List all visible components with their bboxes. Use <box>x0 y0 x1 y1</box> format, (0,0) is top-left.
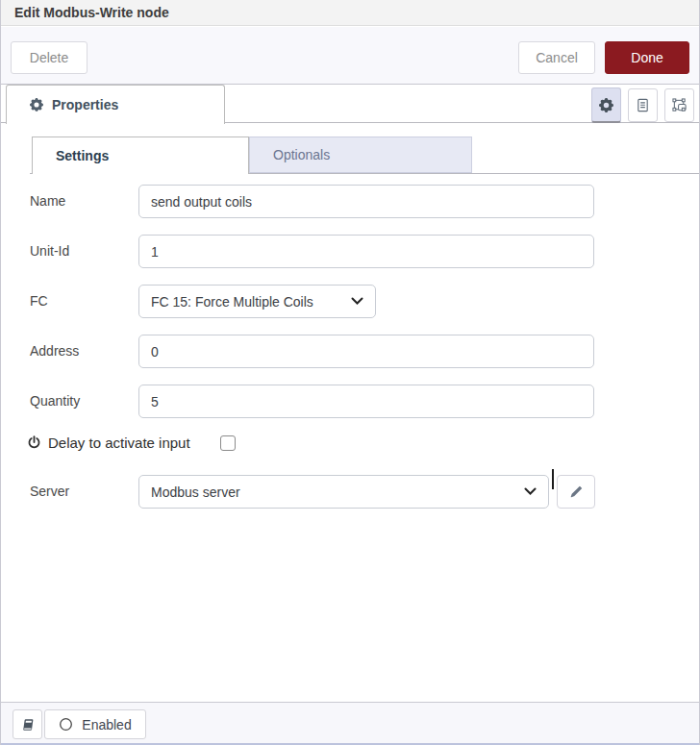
enabled-label: Enabled <box>82 717 131 733</box>
fc-select-value: FC 15: Force Multiple Coils <box>151 294 313 310</box>
power-icon <box>27 435 41 450</box>
quantity-label: Quantity <box>30 385 80 418</box>
tab-optionals[interactable]: Optionals <box>249 137 472 173</box>
text-cursor <box>552 469 554 489</box>
tab-properties-label: Properties <box>52 97 118 112</box>
done-button[interactable]: Done <box>605 41 689 74</box>
node-help-button[interactable] <box>12 709 42 739</box>
address-input[interactable] <box>138 335 594 368</box>
server-label: Server <box>30 475 69 509</box>
gear-icon <box>30 98 43 112</box>
file-icon <box>636 98 650 112</box>
pencil-icon <box>569 485 583 499</box>
delay-checkbox[interactable] <box>220 435 236 451</box>
circle-icon <box>59 717 73 732</box>
tab-properties[interactable]: Properties <box>6 85 225 124</box>
address-label: Address <box>30 335 79 368</box>
tab-optionals-label: Optionals <box>273 147 330 162</box>
description-view-button[interactable] <box>628 88 658 122</box>
tab-settings[interactable]: Settings <box>32 137 249 174</box>
dialog-button-bar: Delete Cancel Done <box>1 27 699 85</box>
fc-select[interactable]: FC 15: Force Multiple Coils <box>138 285 376 318</box>
name-input[interactable] <box>138 185 594 218</box>
cancel-button[interactable]: Cancel <box>518 41 595 74</box>
dialog-title: Edit Modbus-Write node <box>1 0 699 26</box>
object-group-icon <box>672 98 688 113</box>
chevron-down-icon <box>351 297 363 306</box>
server-select[interactable]: Modbus server <box>138 475 549 509</box>
edit-server-button[interactable] <box>557 475 595 509</box>
delay-label: Delay to activate input <box>48 435 190 451</box>
chevron-down-icon <box>524 487 537 496</box>
properties-panel: Settings Optionals Name Unit-Id FC FC 15… <box>1 123 699 702</box>
appearance-view-button[interactable] <box>664 88 694 122</box>
book-icon <box>21 718 35 732</box>
delay-row: Delay to activate input <box>27 433 190 452</box>
unit-id-label: Unit-Id <box>30 235 69 268</box>
dialog-footer: Enabled <box>1 702 699 745</box>
properties-view-button[interactable] <box>591 87 621 123</box>
delete-button[interactable]: Delete <box>11 41 88 74</box>
tab-settings-label: Settings <box>56 148 109 163</box>
name-label: Name <box>30 185 65 218</box>
server-select-value: Modbus server <box>151 484 240 500</box>
enabled-toggle-button[interactable]: Enabled <box>44 709 146 739</box>
edit-node-dialog: Edit Modbus-Write node Delete Cancel Don… <box>0 0 700 745</box>
unit-id-input[interactable] <box>138 235 594 268</box>
fc-label: FC <box>30 285 48 318</box>
gear-icon <box>599 98 613 112</box>
properties-tab-bar: Properties <box>1 85 699 123</box>
quantity-input[interactable] <box>138 385 594 418</box>
